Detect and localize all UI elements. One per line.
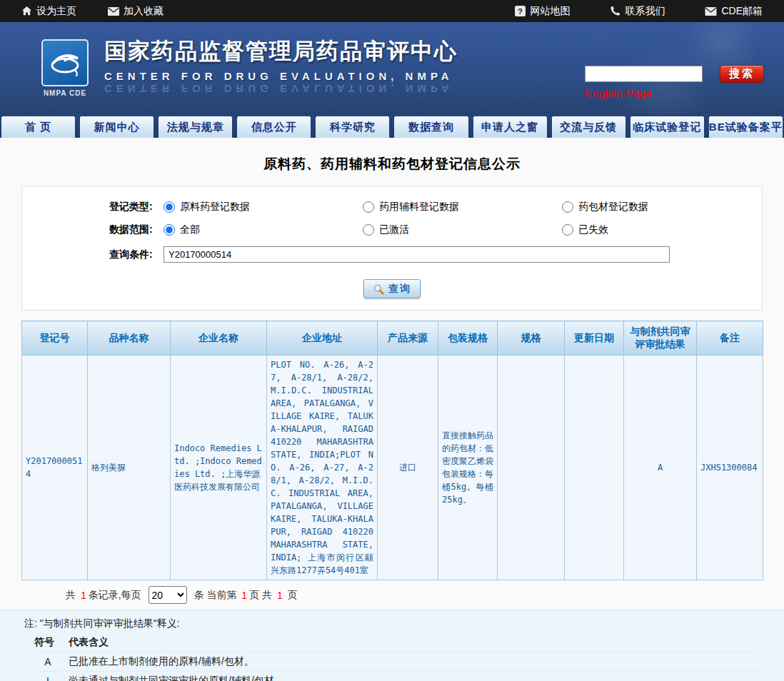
- radio-raw-material[interactable]: [164, 201, 175, 213]
- radio-packaging-label: 药包材登记数据: [578, 201, 648, 213]
- header-search-input[interactable]: [585, 66, 703, 82]
- radio-excipient[interactable]: [363, 201, 374, 213]
- nav-tab-home[interactable]: 首 页: [1, 116, 75, 138]
- type-label: 登记类型:: [109, 201, 164, 213]
- total-pages: 1: [275, 590, 285, 601]
- topbar-left-links: 设为主页 加入收藏: [21, 5, 164, 18]
- notes-panel: 注: "与制剂共同审评审批结果"释义: 符号 代表含义 A 已批准在上市制剂使用…: [0, 610, 784, 681]
- svg-text:?: ?: [518, 7, 523, 16]
- pagination-bar: 共 1条记录,每页 20 条 当前第 1页 共 1 页: [21, 580, 763, 610]
- radio-option-packaging[interactable]: 药包材登记数据: [562, 201, 761, 213]
- nav-tab-info-disclosure[interactable]: 信息公开: [237, 116, 311, 138]
- sitemap-label: 网站地图: [530, 5, 570, 18]
- pagination-prefix: 共: [66, 589, 79, 602]
- col-header-review-result[interactable]: 与制剂共同审评审批结果: [624, 321, 697, 355]
- site-header: NMPA CDE 国家药品监督管理局药品审评中心 CENTER FOR DRUG…: [0, 22, 784, 114]
- cell-reg-no: Y20170000514: [22, 355, 88, 580]
- logo-block: NMPA CDE: [41, 39, 89, 97]
- contact-link[interactable]: 联系我们: [610, 5, 665, 18]
- total-records: 1: [79, 590, 89, 601]
- cell-spec: [498, 355, 565, 580]
- add-favorite-label: 加入收藏: [124, 5, 164, 18]
- main-content: 原料药、药用辅料和药包材登记信息公示 登记类型: 原料药登记数据 药用辅料登记数…: [0, 138, 784, 681]
- logo-caption: NMPA CDE: [41, 89, 89, 97]
- cde-logo[interactable]: [41, 39, 89, 86]
- pagination-after-select: 条 当前第: [194, 589, 240, 602]
- radio-invalid[interactable]: [562, 224, 573, 236]
- cell-remark: JXHS1300084: [697, 355, 763, 580]
- query-label: 查询条件:: [109, 248, 164, 261]
- nav-tab-feedback[interactable]: 交流与反馈: [552, 116, 625, 138]
- radio-option-excipient[interactable]: 药用辅料登记数据: [363, 201, 562, 213]
- col-header-source[interactable]: 产品来源: [378, 321, 438, 355]
- col-header-company-address[interactable]: 企业地址: [267, 321, 378, 355]
- radio-invalid-label: 已失效: [578, 223, 608, 236]
- topbar: 设为主页 加入收藏 ? 网站地图 联系我们 CDE邮箱: [0, 0, 784, 22]
- magnifier-icon: [373, 283, 384, 295]
- mail-icon: [108, 7, 119, 16]
- query-input[interactable]: [164, 246, 670, 263]
- topbar-right-links: ? 网站地图 联系我们 CDE邮箱: [515, 5, 763, 18]
- radio-activated[interactable]: [363, 224, 374, 236]
- home-icon: [21, 6, 32, 16]
- add-favorite-link[interactable]: 加入收藏: [108, 5, 164, 18]
- legend-meaning-a: 已批准在上市制剂使用的原料/辅料/包材。: [69, 655, 254, 668]
- notes-title: 注: "与制剂共同审评审批结果"释义:: [24, 614, 784, 633]
- nav-tab-clinical-trial[interactable]: 临床试验登记: [630, 116, 704, 138]
- col-header-remark[interactable]: 备注: [697, 321, 763, 355]
- nav-tab-be-platform[interactable]: BE试验备案平台: [709, 116, 783, 138]
- cell-source: 进口: [378, 355, 438, 580]
- per-page-select[interactable]: 20: [149, 586, 187, 604]
- table-row: Y20170000514 格列美脲 Indoco Remedies Ltd. ;…: [22, 355, 763, 580]
- query-submit-label: 查询: [388, 283, 411, 296]
- filter-row-type: 登记类型: 原料药登记数据 药用辅料登记数据 药包材登记数据: [22, 196, 762, 218]
- cell-company-name: Indoco Remedies Ltd. ;Indoco Remedies Lt…: [171, 355, 267, 580]
- radio-option-invalid[interactable]: 已失效: [562, 223, 761, 236]
- nav-tab-regulations[interactable]: 法规与规章: [159, 116, 232, 138]
- english-page-link[interactable]: English Page: [585, 88, 652, 101]
- radio-option-raw-material[interactable]: 原料药登记数据: [164, 201, 363, 213]
- col-header-company-name[interactable]: 企业名称: [171, 321, 267, 355]
- col-header-spec[interactable]: 规格: [498, 321, 565, 355]
- col-header-update-date[interactable]: 更新日期: [565, 321, 624, 355]
- radio-option-all[interactable]: 全部: [164, 223, 363, 236]
- radio-option-activated[interactable]: 已激活: [363, 223, 562, 236]
- notes-col-symbol: 符号: [34, 636, 69, 649]
- cell-review-result: A: [624, 355, 697, 580]
- title-block: 国家药品监督管理局药品审评中心 CENTER FOR DRUG EVALUATI…: [104, 36, 458, 95]
- swoosh-icon: [46, 44, 84, 82]
- notes-legend-row: A 已批准在上市制剂使用的原料/辅料/包材。: [34, 652, 760, 672]
- main-nav: 首 页 新闻中心 法规与规章 信息公开 科学研究 数据查询 申请人之窗 交流与反…: [0, 114, 784, 138]
- nav-tab-news[interactable]: 新闻中心: [80, 116, 154, 138]
- radio-packaging[interactable]: [562, 201, 573, 213]
- col-header-packaging[interactable]: 包装规格: [438, 321, 498, 355]
- cde-mailbox-link[interactable]: CDE邮箱: [705, 5, 763, 18]
- header-search-button[interactable]: 搜索: [720, 65, 764, 83]
- cell-product-name: 格列美脲: [88, 355, 171, 580]
- current-page: 1: [239, 590, 249, 601]
- radio-activated-label: 已激活: [379, 223, 409, 236]
- query-submit-button[interactable]: 查询: [363, 279, 421, 298]
- set-home-link[interactable]: 设为主页: [21, 5, 76, 18]
- radio-all-label: 全部: [180, 223, 200, 236]
- cell-update-date: [565, 355, 624, 580]
- question-icon: ?: [515, 6, 526, 16]
- cell-packaging: 直接接触药品的药包材：低密度聚乙烯袋包装规格：每桶5kg。每桶25kg。: [438, 355, 498, 580]
- legend-symbol-i: I: [34, 675, 61, 681]
- col-header-product-name[interactable]: 品种名称: [88, 321, 171, 355]
- filter-row-scope: 数据范围: 全部 已激活 已失效: [22, 218, 762, 241]
- radio-all[interactable]: [164, 224, 175, 236]
- radio-raw-material-label: 原料药登记数据: [180, 201, 250, 213]
- sitemap-link[interactable]: ? 网站地图: [515, 5, 570, 18]
- filter-panel: 登记类型: 原料药登记数据 药用辅料登记数据 药包材登记数据 数据范围:: [21, 186, 763, 311]
- cde-mailbox-label: CDE邮箱: [721, 5, 763, 18]
- table-header-row: 登记号 品种名称 企业名称 企业地址 产品来源 包装规格 规格 更新日期 与制剂…: [22, 321, 763, 355]
- col-header-reg-no[interactable]: 登记号: [22, 321, 88, 355]
- page-title: 原料药、药用辅料和药包材登记信息公示: [0, 138, 784, 183]
- site-title: 国家药品监督管理局药品审评中心: [104, 36, 458, 66]
- nav-tab-applicant-window[interactable]: 申请人之窗: [473, 116, 547, 138]
- phone-icon: [610, 6, 620, 16]
- nav-tab-data-query[interactable]: 数据查询: [394, 116, 468, 138]
- set-home-label: 设为主页: [36, 5, 76, 18]
- nav-tab-research[interactable]: 科学研究: [316, 116, 389, 138]
